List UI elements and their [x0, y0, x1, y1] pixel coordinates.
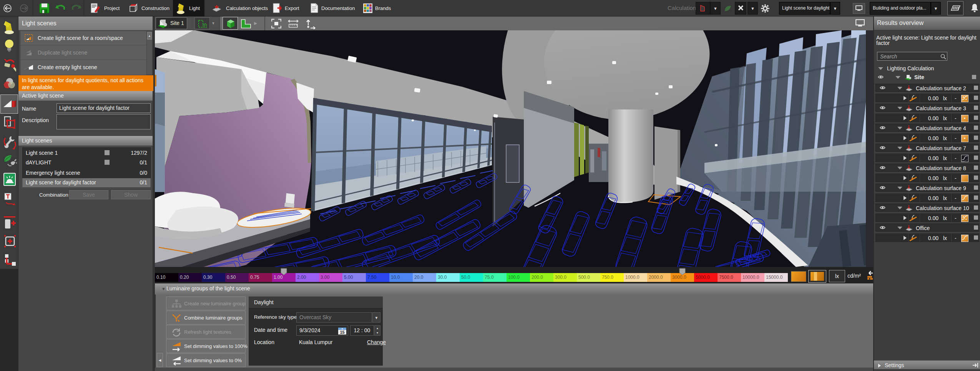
svg-text:15: 15	[340, 330, 344, 335]
